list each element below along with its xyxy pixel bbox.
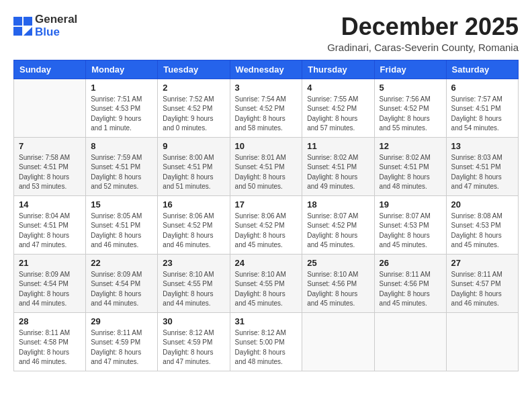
day-number: 19 [380, 199, 441, 210]
calendar-cell: 7Sunrise: 7:58 AM Sunset: 4:51 PM Daylig… [14, 137, 86, 195]
day-info: Sunrise: 8:07 AM Sunset: 4:52 PM Dayligh… [307, 212, 369, 250]
day-number: 20 [451, 199, 513, 210]
logo-blue: Blue [35, 26, 60, 38]
day-info: Sunrise: 8:11 AM Sunset: 4:59 PM Dayligh… [91, 328, 152, 367]
day-info: Sunrise: 8:10 AM Sunset: 4:55 PM Dayligh… [235, 270, 298, 309]
calendar-week-row: 28Sunrise: 8:11 AM Sunset: 4:58 PM Dayli… [14, 312, 519, 371]
day-info: Sunrise: 8:00 AM Sunset: 4:51 PM Dayligh… [163, 153, 224, 192]
day-info: Sunrise: 8:01 AM Sunset: 4:51 PM Dayligh… [235, 153, 298, 192]
day-info: Sunrise: 8:10 AM Sunset: 4:55 PM Dayligh… [163, 270, 224, 309]
calendar-table: SundayMondayTuesdayWednesdayThursdayFrid… [13, 60, 519, 371]
calendar-cell: 15Sunrise: 8:05 AM Sunset: 4:51 PM Dayli… [86, 195, 158, 254]
day-number: 9 [163, 141, 224, 151]
day-info: Sunrise: 8:08 AM Sunset: 4:53 PM Dayligh… [451, 212, 513, 250]
logo: General Blue [13, 13, 77, 38]
day-number: 6 [451, 83, 513, 93]
calendar-cell: 19Sunrise: 8:07 AM Sunset: 4:53 PM Dayli… [374, 195, 446, 254]
logo-text-container: General Blue [35, 13, 77, 38]
column-header-tuesday: Tuesday [158, 60, 230, 79]
day-number: 1 [91, 83, 152, 93]
day-number: 14 [19, 199, 81, 210]
day-info: Sunrise: 7:56 AM Sunset: 4:52 PM Dayligh… [380, 95, 441, 134]
calendar-cell: 14Sunrise: 8:04 AM Sunset: 4:51 PM Dayli… [14, 195, 86, 254]
day-number: 4 [307, 83, 369, 93]
day-info: Sunrise: 7:58 AM Sunset: 4:51 PM Dayligh… [19, 153, 81, 192]
calendar-week-row: 14Sunrise: 8:04 AM Sunset: 4:51 PM Dayli… [14, 195, 519, 254]
page-header: General Blue December 2025 Gradinari, Ca… [13, 13, 519, 53]
logo-general: General [35, 13, 77, 26]
day-info: Sunrise: 7:52 AM Sunset: 4:52 PM Dayligh… [163, 95, 224, 134]
calendar-cell: 26Sunrise: 8:11 AM Sunset: 4:56 PM Dayli… [374, 254, 446, 312]
page-title: December 2025 [327, 13, 519, 40]
calendar-cell: 18Sunrise: 8:07 AM Sunset: 4:52 PM Dayli… [302, 195, 374, 254]
day-number: 3 [235, 83, 298, 93]
column-header-sunday: Sunday [14, 60, 86, 79]
calendar-week-row: 21Sunrise: 8:09 AM Sunset: 4:54 PM Dayli… [14, 254, 519, 312]
day-info: Sunrise: 7:51 AM Sunset: 4:53 PM Dayligh… [91, 95, 152, 134]
day-info: Sunrise: 7:55 AM Sunset: 4:52 PM Dayligh… [307, 95, 369, 134]
calendar-cell: 16Sunrise: 8:06 AM Sunset: 4:52 PM Dayli… [158, 195, 230, 254]
day-info: Sunrise: 8:11 AM Sunset: 4:56 PM Dayligh… [380, 270, 441, 309]
day-info: Sunrise: 8:06 AM Sunset: 4:52 PM Dayligh… [235, 212, 298, 250]
calendar-cell: 29Sunrise: 8:11 AM Sunset: 4:59 PM Dayli… [86, 312, 158, 371]
column-header-wednesday: Wednesday [230, 60, 302, 79]
day-number: 31 [235, 316, 298, 326]
svg-rect-2 [13, 27, 22, 36]
day-number: 12 [380, 141, 441, 151]
day-number: 30 [163, 316, 224, 326]
calendar-cell: 30Sunrise: 8:12 AM Sunset: 4:59 PM Dayli… [158, 312, 230, 371]
day-number: 26 [380, 258, 441, 268]
day-number: 25 [307, 258, 369, 268]
column-header-friday: Friday [374, 60, 446, 79]
day-number: 24 [235, 258, 298, 268]
title-area: December 2025 Gradinari, Caras-Severin C… [327, 13, 519, 53]
calendar-cell [446, 312, 518, 371]
day-number: 21 [19, 258, 81, 268]
day-number: 29 [91, 316, 152, 326]
day-number: 27 [451, 258, 513, 268]
day-info: Sunrise: 8:11 AM Sunset: 4:57 PM Dayligh… [451, 270, 513, 309]
day-info: Sunrise: 7:57 AM Sunset: 4:51 PM Dayligh… [451, 95, 513, 134]
calendar-header-row: SundayMondayTuesdayWednesdayThursdayFrid… [14, 60, 519, 79]
svg-rect-0 [13, 17, 22, 26]
calendar-cell: 4Sunrise: 7:55 AM Sunset: 4:52 PM Daylig… [302, 79, 374, 137]
day-number: 7 [19, 141, 81, 151]
day-number: 22 [91, 258, 152, 268]
calendar-cell: 24Sunrise: 8:10 AM Sunset: 4:55 PM Dayli… [230, 254, 302, 312]
day-info: Sunrise: 7:59 AM Sunset: 4:51 PM Dayligh… [91, 153, 152, 192]
day-info: Sunrise: 8:10 AM Sunset: 4:56 PM Dayligh… [307, 270, 369, 309]
calendar-cell: 13Sunrise: 8:03 AM Sunset: 4:51 PM Dayli… [446, 137, 518, 195]
day-number: 11 [307, 141, 369, 151]
calendar-week-row: 1Sunrise: 7:51 AM Sunset: 4:53 PM Daylig… [14, 79, 519, 137]
calendar-week-row: 7Sunrise: 7:58 AM Sunset: 4:51 PM Daylig… [14, 137, 519, 195]
calendar-cell: 22Sunrise: 8:09 AM Sunset: 4:54 PM Dayli… [86, 254, 158, 312]
day-number: 8 [91, 141, 152, 151]
day-number: 17 [235, 199, 298, 210]
calendar-cell: 11Sunrise: 8:02 AM Sunset: 4:51 PM Dayli… [302, 137, 374, 195]
calendar-cell: 23Sunrise: 8:10 AM Sunset: 4:55 PM Dayli… [158, 254, 230, 312]
day-number: 28 [19, 316, 81, 326]
calendar-cell [302, 312, 374, 371]
calendar-cell [14, 79, 86, 137]
day-info: Sunrise: 8:12 AM Sunset: 5:00 PM Dayligh… [235, 328, 298, 367]
column-header-saturday: Saturday [446, 60, 518, 79]
calendar-cell: 21Sunrise: 8:09 AM Sunset: 4:54 PM Dayli… [14, 254, 86, 312]
day-number: 16 [163, 199, 224, 210]
calendar-cell: 31Sunrise: 8:12 AM Sunset: 5:00 PM Dayli… [230, 312, 302, 371]
day-info: Sunrise: 8:05 AM Sunset: 4:51 PM Dayligh… [91, 212, 152, 250]
calendar-cell: 5Sunrise: 7:56 AM Sunset: 4:52 PM Daylig… [374, 79, 446, 137]
day-info: Sunrise: 8:04 AM Sunset: 4:51 PM Dayligh… [19, 212, 81, 250]
calendar-cell: 28Sunrise: 8:11 AM Sunset: 4:58 PM Dayli… [14, 312, 86, 371]
day-number: 15 [91, 199, 152, 210]
calendar-cell: 8Sunrise: 7:59 AM Sunset: 4:51 PM Daylig… [86, 137, 158, 195]
calendar-cell: 6Sunrise: 7:57 AM Sunset: 4:51 PM Daylig… [446, 79, 518, 137]
day-info: Sunrise: 8:09 AM Sunset: 4:54 PM Dayligh… [91, 270, 152, 309]
day-info: Sunrise: 7:54 AM Sunset: 4:52 PM Dayligh… [235, 95, 298, 134]
page-subtitle: Gradinari, Caras-Severin County, Romania [327, 42, 519, 53]
calendar-cell: 10Sunrise: 8:01 AM Sunset: 4:51 PM Dayli… [230, 137, 302, 195]
day-number: 10 [235, 141, 298, 151]
calendar-cell: 25Sunrise: 8:10 AM Sunset: 4:56 PM Dayli… [302, 254, 374, 312]
day-number: 23 [163, 258, 224, 268]
calendar-cell: 12Sunrise: 8:02 AM Sunset: 4:51 PM Dayli… [374, 137, 446, 195]
calendar-cell: 9Sunrise: 8:00 AM Sunset: 4:51 PM Daylig… [158, 137, 230, 195]
